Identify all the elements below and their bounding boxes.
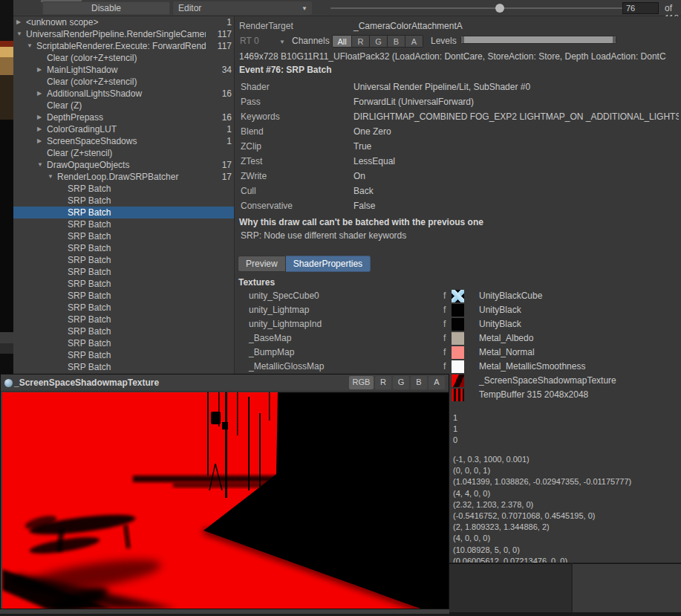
tab-shaderproperties[interactable]: ShaderProperties	[286, 256, 371, 272]
background-panel-right	[573, 563, 681, 612]
foldout-open-icon[interactable]: ▼	[48, 171, 56, 183]
foldout-closed-icon[interactable]: ▶	[37, 111, 46, 123]
tree-row[interactable]: ▶ScreenSpaceShadows1	[13, 135, 234, 147]
tree-row[interactable]: SRP Batch	[13, 242, 234, 254]
tree-row[interactable]: ▶AdditionalLightsShadow16	[13, 88, 234, 100]
foldout-closed-icon[interactable]: ▶	[37, 135, 46, 147]
texture-row: _BumpMapfMetal_Normal	[235, 346, 681, 360]
shader-state-label: Blend	[241, 124, 353, 139]
event-title: Event #76: SRP Batch	[239, 65, 332, 75]
frame-debugger-toolbar: Disable Editor ▼ 76 of 118	[13, 0, 681, 16]
tree-row-count: 16	[206, 88, 234, 100]
tree-row-count	[206, 302, 234, 314]
texture-thumbnail-icon[interactable]	[452, 389, 464, 401]
frame-slider-handle[interactable]	[495, 4, 504, 13]
tree-row[interactable]: SRP Batch	[13, 207, 234, 218]
tree-row[interactable]: ▶<unknown scope>1	[13, 16, 234, 28]
texture-thumbnail-icon[interactable]	[452, 346, 464, 359]
tree-row[interactable]: ▼ScriptableRenderer.Execute: ForwardRend…	[13, 40, 234, 52]
texture-asset-name: Metal_Normal	[479, 346, 535, 360]
channel-button-b[interactable]: B	[388, 35, 405, 48]
foldout-closed-icon[interactable]: ▶	[16, 16, 25, 28]
chevron-down-icon: ▼	[279, 36, 285, 48]
tree-row-count: 1	[206, 16, 234, 28]
channel-button-a[interactable]: A	[405, 35, 423, 48]
preview-channel-button-a[interactable]: A	[429, 376, 445, 389]
background-windows	[449, 562, 681, 616]
tree-row[interactable]: SRP Batch	[13, 349, 234, 361]
shader-vector-value: (-1, 0.3, 1000, 0.001)	[453, 455, 530, 464]
tree-row[interactable]: ▼DrawOpaqueObjects17	[13, 159, 234, 171]
texture-preview-window: _ScreenSpaceShadowmapTexture RGBRGBA	[0, 374, 449, 609]
foldout-open-icon[interactable]: ▼	[27, 40, 36, 52]
foldout-open-icon[interactable]: ▼	[16, 28, 25, 40]
tree-row[interactable]: SRP Batch	[13, 266, 234, 278]
tree-row-count: 1	[206, 123, 234, 135]
preview-channel-button-rgb[interactable]: RGB	[349, 376, 374, 389]
texture-preview-titlebar[interactable]: _ScreenSpaceShadowmapTexture RGBRGBA	[1, 375, 449, 392]
shader-state-row: ZWriteOn	[241, 169, 679, 184]
texture-thumbnail-icon[interactable]	[452, 332, 464, 345]
foldout-closed-icon[interactable]: ▶	[37, 64, 46, 76]
disable-button[interactable]: Disable	[42, 1, 170, 15]
texture-thumbnail-icon[interactable]	[452, 375, 464, 387]
shader-state-value: False	[353, 201, 375, 211]
tree-row[interactable]: SRP Batch	[13, 361, 234, 373]
tree-row[interactable]: ▼UniversalRenderPipeline.RenderSingleCam…	[13, 28, 234, 40]
levels-min-handle[interactable]	[461, 36, 464, 43]
channel-button-g[interactable]: G	[370, 35, 388, 48]
tree-row[interactable]: SRP Batch	[13, 337, 234, 349]
tree-row[interactable]: SRP Batch	[13, 230, 234, 242]
foldout-closed-icon[interactable]: ▶	[37, 88, 46, 100]
tree-row[interactable]: SRP Batch	[13, 254, 234, 266]
tree-row-count	[206, 195, 234, 207]
shader-state-value: Back	[353, 186, 374, 196]
texture-thumbnail-icon[interactable]	[452, 318, 464, 331]
tree-row[interactable]: SRP Batch	[13, 290, 234, 302]
texture-thumbnail-icon[interactable]	[452, 360, 464, 373]
tree-row[interactable]: Clear (Z+stencil)	[13, 147, 234, 159]
channels-segmented-control: AllRGBA	[332, 35, 423, 48]
tree-row[interactable]: Clear (color+Z+stencil)	[13, 52, 234, 64]
foldout-closed-icon[interactable]: ▶	[37, 123, 46, 135]
tree-row-label: Clear (color+Z+stencil)	[13, 52, 206, 64]
levels-max-handle[interactable]	[613, 36, 616, 43]
tree-row[interactable]: Clear (color+Z+stencil)	[13, 76, 234, 88]
tree-row[interactable]: ▼RenderLoop.DrawSRPBatcher17	[13, 171, 234, 183]
tree-row[interactable]: Clear (Z)	[13, 100, 234, 111]
tree-row[interactable]: SRP Batch	[13, 195, 234, 207]
tree-row[interactable]: SRP Batch	[13, 183, 234, 195]
channel-button-r[interactable]: R	[352, 35, 370, 48]
tree-row[interactable]: SRP Batch	[13, 218, 234, 230]
preview-channel-button-g[interactable]: G	[393, 376, 409, 389]
tree-row[interactable]: ▶DepthPrepass16	[13, 111, 234, 123]
tab-preview[interactable]: Preview	[238, 256, 286, 272]
tree-row[interactable]: ▶MainLightShadow34	[13, 64, 234, 76]
preview-channel-button-r[interactable]: R	[375, 376, 391, 389]
texture-thumbnail-icon[interactable]	[452, 304, 464, 317]
texture-thumbnail-icon[interactable]	[452, 290, 464, 302]
frame-slider[interactable]	[330, 7, 633, 9]
tree-row[interactable]: SRP Batch	[13, 325, 234, 337]
tree-row-label: RenderLoop.DrawSRPBatcher	[13, 171, 206, 183]
texture-flag: f	[443, 346, 446, 360]
tree-row[interactable]: SRP Batch	[13, 314, 234, 325]
texture-row: _BaseMapfMetal_Albedo	[235, 331, 681, 346]
tree-row-count	[206, 290, 234, 302]
preview-channel-button-b[interactable]: B	[411, 376, 427, 389]
target-selector-dropdown[interactable]: Editor ▼	[173, 1, 312, 15]
tree-row[interactable]: ▶ColorGradingLUT1	[13, 123, 234, 135]
texture-row: _MetallicGlossMapfMetal_MetallicSmoothne…	[235, 360, 681, 374]
texture-property-name: _BumpMap	[249, 346, 294, 360]
foldout-open-icon[interactable]: ▼	[37, 159, 46, 171]
tree-row[interactable]: SRP Batch	[13, 278, 234, 290]
channel-button-all[interactable]: All	[332, 35, 352, 48]
rt-index-dropdown[interactable]: RT 0 ▼	[238, 35, 287, 48]
channels-label: Channels	[292, 36, 330, 46]
frame-number-input[interactable]: 76	[622, 2, 659, 14]
levels-range-slider[interactable]	[460, 36, 616, 44]
tree-row[interactable]: SRP Batch	[13, 302, 234, 314]
tree-row-label: SRP Batch	[13, 242, 206, 254]
render-target-label: RenderTarget	[239, 21, 293, 31]
tree-row-count: 34	[206, 64, 234, 76]
